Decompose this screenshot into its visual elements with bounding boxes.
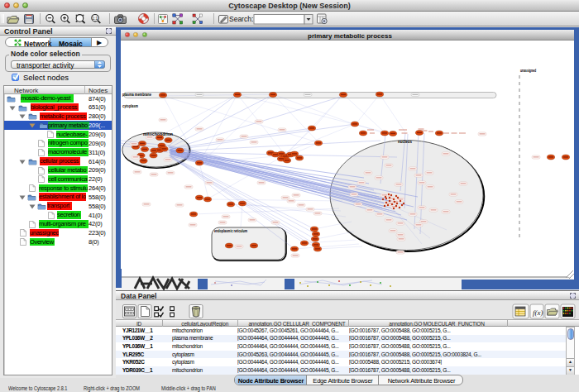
svg-text:unassigned: unassigned <box>520 68 536 73</box>
svg-text:primary metabolic process: primary metabolic process <box>308 32 392 40</box>
svg-text:plasma membrane: plasma membrane <box>122 92 151 97</box>
svg-text:f(x): f(x) <box>533 308 543 317</box>
svg-text:endoplasmic reticulum: endoplasmic reticulum <box>214 228 247 233</box>
svg-text:cytoplasm: cytoplasm <box>122 103 138 108</box>
svg-text:nucleus: nucleus <box>398 140 413 144</box>
svg-text:1:1: 1:1 <box>93 17 98 21</box>
svg-text:Search:: Search: <box>229 15 253 23</box>
